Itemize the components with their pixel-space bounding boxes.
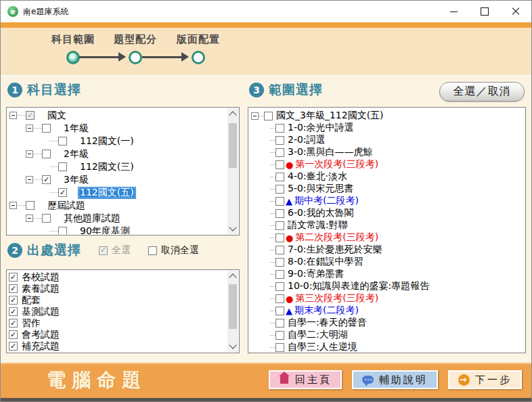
checkbox[interactable]	[275, 197, 284, 206]
checkbox[interactable]	[275, 209, 284, 218]
checkbox[interactable]	[26, 201, 35, 210]
expander-icon[interactable]	[26, 125, 33, 132]
scroll-down-icon[interactable]	[229, 223, 236, 231]
checkbox[interactable]	[275, 307, 284, 315]
tree-item[interactable]: 8-0:在錯誤中學習	[251, 256, 524, 268]
list-item[interactable]: ✓補充試題	[9, 340, 227, 352]
maximize-button[interactable]	[469, 1, 500, 22]
checkbox[interactable]	[275, 124, 284, 133]
tree-item[interactable]: 2年級	[9, 148, 227, 160]
scroll-down-icon[interactable]	[229, 341, 236, 349]
checkbox[interactable]	[58, 162, 67, 171]
tree-item[interactable]: 6-0:我的太魯閣	[251, 207, 524, 219]
checkbox[interactable]	[42, 150, 51, 158]
expander-icon[interactable]	[26, 150, 33, 158]
tree-item[interactable]: 其他題庫試題	[9, 212, 227, 225]
checkbox[interactable]	[275, 148, 284, 157]
tree-item[interactable]: ●第一次段考(三段考)	[251, 158, 524, 171]
list-item[interactable]: ✓素養試題	[9, 283, 227, 294]
checkbox[interactable]: ✓	[42, 175, 51, 184]
step-dot-2[interactable]	[129, 51, 142, 64]
tree-item[interactable]: 112國文(三)	[9, 160, 227, 173]
tree-item[interactable]: 2-0:詞選	[251, 134, 524, 146]
expander-icon[interactable]	[26, 176, 33, 183]
tree-item[interactable]: 自學一:春天的聲音	[251, 317, 524, 329]
select-toggle-button[interactable]: 全選／取消	[439, 82, 525, 102]
expander-icon[interactable]	[9, 112, 17, 119]
minimize-button[interactable]	[438, 1, 469, 22]
tree-item[interactable]: 7-0:生於憂患死於安樂	[251, 244, 524, 256]
checkbox[interactable]	[275, 270, 284, 279]
checkbox[interactable]	[275, 136, 284, 145]
tree-item[interactable]: 歷屆試題	[9, 199, 227, 212]
checkbox[interactable]	[58, 227, 67, 234]
checkbox[interactable]	[275, 343, 284, 352]
scrollbar[interactable]	[227, 271, 238, 352]
checkbox[interactable]: ✓	[99, 246, 108, 255]
tree-item[interactable]: 自學三:人生逆境	[251, 341, 524, 352]
tree-item[interactable]: ●第三次段考(三段考)	[251, 292, 524, 305]
tree-item[interactable]: ▲期末考(二段考)	[251, 305, 524, 317]
checkbox[interactable]: ✓	[9, 319, 18, 328]
list-item[interactable]: ✓各校試題	[9, 271, 227, 283]
tree-item[interactable]: 3-0:黑與白——虎鯨	[251, 146, 524, 158]
tree-item[interactable]: 語文常識:對聯	[251, 219, 524, 231]
expander-icon[interactable]	[26, 215, 33, 222]
checkbox[interactable]	[148, 246, 157, 255]
tree-item[interactable]: ●第二次段考(三段考)	[251, 231, 524, 244]
tree-item[interactable]: 112國文(一)	[9, 135, 227, 148]
scroll-up-icon[interactable]	[229, 273, 236, 281]
scroll-up-icon[interactable]	[229, 111, 236, 118]
checkbox[interactable]	[275, 185, 284, 194]
tree-item[interactable]: 自學二:大明湖	[251, 329, 524, 341]
checkbox[interactable]	[275, 319, 284, 328]
scrollbar[interactable]	[227, 108, 238, 234]
checkbox[interactable]	[275, 173, 284, 181]
list-item[interactable]: ✓配套	[9, 294, 227, 306]
checkbox[interactable]	[275, 258, 284, 267]
tree-item[interactable]: 4-0:臺北‧淡水	[251, 171, 524, 183]
tree-item[interactable]: ▲期中考(二段考)	[251, 195, 524, 207]
tree-item[interactable]: 國文_3年級_112國文(五)	[251, 110, 524, 122]
tree-item[interactable]: 5-0:與宋元思書	[251, 183, 524, 195]
home-button[interactable]: 回主頁	[269, 370, 342, 389]
checkbox[interactable]: ✓	[9, 307, 18, 316]
step-dot-1[interactable]	[66, 51, 80, 64]
list-item[interactable]: ✓習作	[9, 317, 227, 329]
checkbox[interactable]: ✓	[9, 330, 18, 339]
checkbox[interactable]	[42, 124, 51, 133]
scrollbar-thumb[interactable]	[229, 284, 237, 329]
checkbox[interactable]	[275, 160, 284, 169]
help-button[interactable]: 輔助說明	[352, 370, 438, 389]
list-item[interactable]: ✓會考試題	[9, 329, 227, 340]
checkbox[interactable]: ✓	[9, 342, 18, 351]
expander-icon[interactable]	[251, 112, 259, 120]
tree-item[interactable]: 1年級	[9, 122, 227, 135]
checkbox[interactable]	[275, 221, 284, 230]
list-item[interactable]: ✓基測試題	[9, 306, 227, 317]
checkbox[interactable]: ✓	[26, 111, 35, 120]
checkbox[interactable]: ✓	[9, 284, 18, 293]
tree-item[interactable]: 90年度基測	[9, 225, 227, 234]
deselect-all-checkbox[interactable]: 取消全選	[148, 244, 199, 256]
checkbox[interactable]	[275, 233, 284, 242]
tree-item[interactable]: 10-0:知識與表達的盛宴:專題報告	[251, 280, 524, 292]
checkbox[interactable]: ✓	[9, 296, 18, 305]
next-step-button[interactable]: → 下一步	[448, 370, 522, 389]
checkbox[interactable]	[275, 246, 284, 254]
expander-icon[interactable]	[9, 202, 17, 209]
step-dot-3[interactable]	[192, 51, 205, 64]
checkbox[interactable]	[42, 214, 51, 223]
checkbox[interactable]	[275, 331, 284, 340]
checkbox[interactable]	[275, 294, 284, 303]
select-all-checkbox[interactable]: ✓ 全選	[99, 244, 131, 256]
close-button[interactable]	[500, 1, 531, 22]
checkbox[interactable]: ✓	[9, 273, 18, 282]
checkbox[interactable]	[58, 137, 67, 146]
tree-item[interactable]: ✓112國文(五)	[9, 186, 227, 199]
scrollbar-thumb[interactable]	[229, 123, 237, 168]
tree-item[interactable]: ✓國文	[9, 109, 227, 122]
checkbox[interactable]	[275, 282, 284, 291]
tree-item[interactable]: 9-0:寄弟墨書	[251, 268, 524, 280]
checkbox[interactable]	[264, 112, 273, 120]
